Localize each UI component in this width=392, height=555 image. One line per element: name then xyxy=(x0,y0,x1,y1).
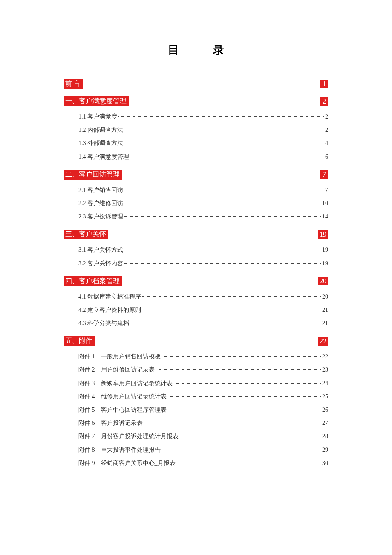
toc-leader-dots xyxy=(162,356,321,357)
toc-entry-label: 4.2 建立客户资料的原则 xyxy=(78,305,141,315)
toc-entry-page: 21 xyxy=(322,318,328,328)
toc-leader-dots xyxy=(124,216,321,217)
toc-section-title: 一、客户满意度管理 xyxy=(64,96,129,106)
toc-entry-page: 19 xyxy=(322,244,328,255)
toc-entry-page: 2 xyxy=(325,111,328,122)
toc-section-title: 五、附件 xyxy=(64,336,95,346)
toc-entry-page: 7 xyxy=(325,185,328,195)
toc-entry-label: 3.2 客户关怀内容 xyxy=(78,258,123,269)
toc-section-page: 2 xyxy=(320,97,328,106)
toc-section-title: 二、客户回访管理 xyxy=(64,170,122,180)
toc-entry-label: 附件 3：新购车用户回访记录统计表 xyxy=(78,378,173,389)
toc-section: 一、客户满意度管理21.1 客户满意度21.2 内部调查方法21.3 外部调查方… xyxy=(64,96,328,162)
toc-entry-label: 附件 6：客户投诉记录表 xyxy=(78,418,143,428)
toc-entry-label: 1.4 客户满意度管理 xyxy=(78,151,129,162)
toc-entry: 3.2 客户关怀内容19 xyxy=(64,258,328,269)
toc-leader-dots xyxy=(180,436,321,436)
toc-entry: 1.1 客户满意度2 xyxy=(64,111,328,122)
toc-leader-dots xyxy=(162,450,321,450)
toc-entry-label: 附件 2：用户维修回访记录表 xyxy=(78,364,155,375)
toc-entry: 附件 2：用户维修回访记录表23 xyxy=(64,364,328,375)
toc-entry: 2.1 客户销售回访7 xyxy=(64,185,328,195)
toc-leader-dots xyxy=(124,190,324,190)
toc-section: 二、客户回访管理72.1 客户销售回访72.2 客户维修回访102.3 客户投诉… xyxy=(64,170,328,222)
toc-entry-page: 22 xyxy=(322,351,328,362)
toc-entry-page: 20 xyxy=(322,291,328,302)
toc-entry-page: 24 xyxy=(322,378,328,389)
toc-section-page: 19 xyxy=(318,230,328,239)
toc-entry-page: 28 xyxy=(322,431,328,442)
toc-entry-page: 27 xyxy=(322,418,328,428)
toc-entry: 3.1 客户关怀方式19 xyxy=(64,244,328,255)
toc-section-title: 四、客户档案管理 xyxy=(64,276,122,286)
toc-section-header: 二、客户回访管理7 xyxy=(64,170,328,180)
toc-entry-label: 2.1 客户销售回访 xyxy=(78,185,123,195)
toc-entry: 附件 1：一般用户销售回访模板22 xyxy=(64,351,328,362)
toc-entry: 1.2 内部调查方法2 xyxy=(64,125,328,135)
toc-leader-dots xyxy=(118,116,324,117)
toc-section-header: 四、客户档案管理20 xyxy=(64,276,328,286)
toc-leader-dots xyxy=(124,143,324,143)
toc-entry-label: 附件 7：月份客户投诉处理统计月报表 xyxy=(78,431,179,442)
toc-section: 前 言1 xyxy=(64,79,328,89)
toc-entry: 2.3 客户投诉管理14 xyxy=(64,211,328,222)
toc-leader-dots xyxy=(156,369,321,370)
toc-entry: 4.3 科学分类与建档21 xyxy=(64,318,328,328)
toc-entry-label: 附件 9：经销商客户关系中心_月报表 xyxy=(78,458,176,468)
toc-entry: 4.1 数据库建立标准程序20 xyxy=(64,291,328,302)
toc-section-title: 前 言 xyxy=(64,79,83,89)
toc-entry-page: 30 xyxy=(322,458,328,468)
toc-entry: 附件 8：重大投诉事件处理报告29 xyxy=(64,445,328,455)
toc-leader-dots xyxy=(177,463,321,463)
toc-entry-label: 2.3 客户投诉管理 xyxy=(78,211,123,222)
toc-section-header: 三、客户关怀19 xyxy=(64,230,328,239)
toc-leader-dots xyxy=(168,410,321,410)
toc-section-page: 7 xyxy=(320,170,328,179)
toc-entry-page: 26 xyxy=(322,404,328,415)
toc-leader-dots xyxy=(142,310,321,310)
toc-entry-page: 14 xyxy=(322,211,328,222)
toc-entry-label: 附件 1：一般用户销售回访模板 xyxy=(78,351,161,362)
toc-leader-dots xyxy=(124,263,321,264)
toc-section: 四、客户档案管理204.1 数据库建立标准程序204.2 建立客户资料的原则21… xyxy=(64,276,328,329)
toc-entry: 4.2 建立客户资料的原则21 xyxy=(64,305,328,315)
toc-entry-page: 10 xyxy=(322,198,328,209)
page-title: 目录 xyxy=(64,43,328,58)
toc-entry-page: 25 xyxy=(322,391,328,402)
toc-leader-dots xyxy=(124,130,324,130)
toc-leader-dots xyxy=(124,250,321,250)
toc-entry: 1.4 客户满意度管理6 xyxy=(64,151,328,162)
toc-entry-label: 4.1 数据库建立标准程序 xyxy=(78,291,141,302)
toc-section: 五、附件22附件 1：一般用户销售回访模板22附件 2：用户维修回访记录表23附… xyxy=(64,336,328,468)
toc-entry-page: 23 xyxy=(322,364,328,375)
toc-section-page: 1 xyxy=(320,80,328,88)
toc-section: 三、客户关怀193.1 客户关怀方式193.2 客户关怀内容19 xyxy=(64,230,328,268)
toc-leader-dots xyxy=(124,203,321,203)
toc-leader-dots xyxy=(144,423,321,423)
toc-entry-page: 29 xyxy=(322,445,328,455)
toc-section-page: 20 xyxy=(318,277,328,285)
toc-section-header: 一、客户满意度管理2 xyxy=(64,96,328,106)
toc-entry-label: 附件 5：客户中心回访程序管理表 xyxy=(78,404,167,415)
toc-entry-label: 1.1 客户满意度 xyxy=(78,111,117,122)
toc-entry-label: 附件 4：维修用户回访记录统计表 xyxy=(78,391,167,402)
toc-entry-label: 附件 8：重大投诉事件处理报告 xyxy=(78,445,161,455)
toc-entry: 附件 6：客户投诉记录表27 xyxy=(64,418,328,428)
toc-entry-page: 2 xyxy=(325,125,328,135)
toc-entry-page: 19 xyxy=(322,258,328,269)
toc-entry: 附件 7：月份客户投诉处理统计月报表28 xyxy=(64,431,328,442)
toc-entry: 2.2 客户维修回访10 xyxy=(64,198,328,209)
toc-entry-label: 2.2 客户维修回访 xyxy=(78,198,123,209)
toc-entry: 1.3 外部调查方法4 xyxy=(64,138,328,148)
toc-entry: 附件 4：维修用户回访记录统计表25 xyxy=(64,391,328,402)
toc-entry-label: 3.1 客户关怀方式 xyxy=(78,244,123,255)
toc-leader-dots xyxy=(130,157,324,157)
toc-entry: 附件 3：新购车用户回访记录统计表24 xyxy=(64,378,328,389)
toc-leader-dots xyxy=(130,323,321,323)
toc-entry: 附件 9：经销商客户关系中心_月报表30 xyxy=(64,458,328,468)
toc-entry-label: 1.2 内部调查方法 xyxy=(78,125,123,135)
toc-leader-dots xyxy=(142,296,321,297)
table-of-contents: 前 言1一、客户满意度管理21.1 客户满意度21.2 内部调查方法21.3 外… xyxy=(64,79,328,468)
toc-entry: 附件 5：客户中心回访程序管理表26 xyxy=(64,404,328,415)
toc-entry-page: 21 xyxy=(322,305,328,315)
